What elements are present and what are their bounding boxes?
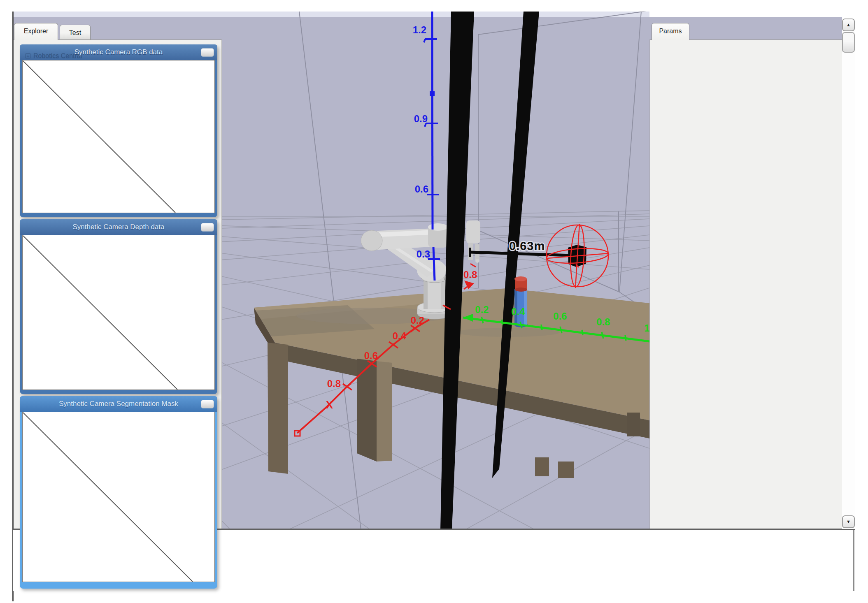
params-scrollbar-track[interactable] — [842, 19, 855, 529]
camera-segmentation-image-placeholder — [22, 412, 215, 582]
x-tick-label: 0.2 — [411, 315, 424, 326]
z-axis-handle[interactable] — [430, 91, 435, 96]
panel-title: Synthetic Camera Depth data — [72, 223, 164, 231]
end-effector-axis-label: 0.8 — [463, 269, 477, 280]
y-tick-label: 0.8 — [596, 316, 610, 327]
y-tick-label: 0.2 — [475, 304, 489, 315]
minimize-button[interactable] — [201, 400, 214, 408]
cylinder-object — [514, 276, 528, 327]
x-axis-letter: X — [326, 399, 333, 411]
z-tick-label: 0.3 — [417, 248, 430, 260]
empty-image-diagonal — [23, 412, 215, 582]
panel-title: Synthetic Camera RGB data — [74, 48, 163, 56]
scrollbar-thumb[interactable] — [842, 32, 855, 53]
z-tick-label: 1.2 — [413, 24, 426, 35]
scroll-up-button[interactable]: ▲ — [842, 19, 855, 31]
arrow-up-icon: ▲ — [846, 22, 851, 27]
x-tick-label: 0.8 — [327, 378, 341, 389]
panel-title: Synthetic Camera Segmentation Mask — [59, 400, 178, 408]
camera-depth-image-placeholder — [22, 235, 215, 390]
panel-camera-segmentation: Synthetic Camera Segmentation Mask — [20, 396, 217, 589]
y-tick-label: 1 — [644, 322, 649, 334]
arrow-down-icon: ▼ — [846, 519, 851, 524]
tree-expand-icon: + — [26, 53, 30, 58]
panel-camera-rgb: + Robotics Central Synthetic Camera RGB … — [20, 44, 217, 217]
panel-title-bar[interactable]: + Robotics Central Synthetic Camera RGB … — [20, 44, 217, 60]
x-tick-label: 0.4 — [393, 330, 407, 341]
panel-camera-depth: Synthetic Camera Depth data — [20, 219, 217, 394]
z-tick-label: 0.6 — [415, 183, 428, 195]
y-tick-label: 0.4 — [511, 306, 525, 317]
params-page — [649, 39, 842, 529]
x-tick-label: 0.6 — [364, 350, 378, 361]
robot-shoulder-cap — [361, 230, 382, 251]
panel-title-bar[interactable]: Synthetic Camera Depth data — [20, 219, 217, 235]
tab-params[interactable]: Params — [652, 23, 689, 40]
y-tick-label: 0.6 — [553, 311, 567, 322]
window-top-strip — [0, 0, 868, 12]
table-leg-far-left — [268, 343, 288, 474]
camera-rgb-image-placeholder — [22, 60, 215, 213]
tab-explorer[interactable]: Explorer — [14, 23, 58, 40]
scene-top-highlight — [13, 12, 649, 17]
scroll-down-button[interactable]: ▼ — [842, 515, 855, 528]
tab-test[interactable]: Test — [60, 25, 91, 40]
panel-title-bar[interactable]: Synthetic Camera Segmentation Mask — [20, 396, 217, 412]
minimize-button[interactable] — [201, 48, 214, 57]
z-tick-label: 0.9 — [414, 113, 428, 124]
empty-image-diagonal — [23, 235, 215, 390]
empty-image-diagonal — [23, 60, 215, 213]
minimize-button[interactable] — [201, 223, 214, 232]
table-leg-right — [627, 413, 640, 436]
robot-gripper — [466, 220, 480, 244]
measurement-label: 0.63m — [509, 239, 545, 253]
